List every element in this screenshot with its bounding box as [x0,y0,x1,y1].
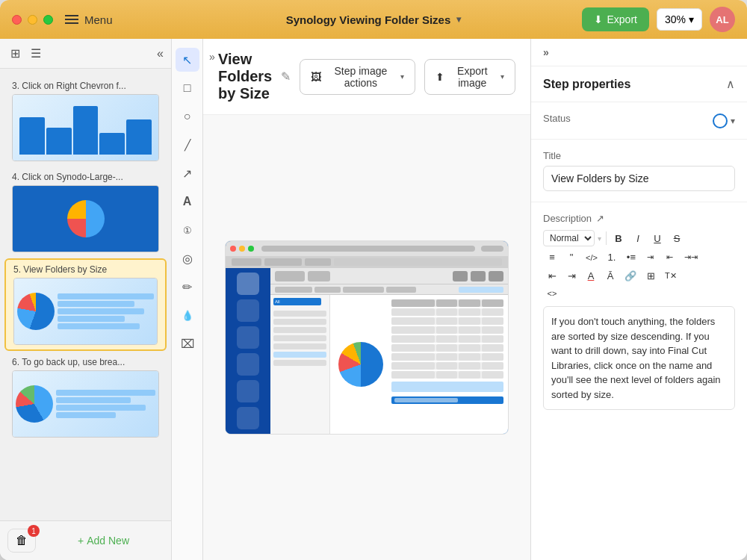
cursor-tool-button[interactable]: ↖ [176,48,199,72]
marker-tool-button[interactable]: ✏ [176,275,199,299]
title-field-label: Title [543,150,735,161]
indent-button[interactable]: ⇥ [642,250,660,264]
step-title: View Folders by Size [218,51,272,102]
status-indicator[interactable] [713,113,728,128]
expand-right-button[interactable]: » [543,46,549,58]
code-button[interactable]: </> [582,251,601,264]
add-new-button[interactable]: + Add New [43,535,164,547]
export-chevron-icon: ▾ [500,72,504,81]
sidebar-collapse-button[interactable]: « [157,47,164,60]
sidebar-item-4-thumbnail [12,185,159,252]
link-button[interactable]: 🔗 [621,268,640,284]
titlebar-title: Synology Viewing Folder Sizes ▾ [286,13,462,26]
export-label: Export [607,13,637,25]
step-image-actions-label: Step image actions [326,65,395,89]
sidebar-item-5[interactable]: 5. View Folders by Size [4,258,167,351]
edit-title-icon[interactable]: ✎ [281,69,291,84]
arrow-tool-button[interactable]: ↗ [176,161,199,185]
export-image-button[interactable]: ⬆ Export image ▾ [424,59,515,95]
italic-button[interactable]: I [629,231,647,246]
export-icon: ⬇ [594,13,603,25]
menu-button[interactable]: Menu [65,13,113,26]
sidebar-item-6[interactable]: 6. To go back up, use brea... [4,352,167,442]
avatar-initials: AL [716,14,728,25]
number-tool-button[interactable]: ① [176,218,199,242]
eyedropper-tool-button[interactable]: 💧 [176,303,199,327]
export-image-icon: ⬆ [436,71,444,83]
clear-format-button[interactable]: T✕ [661,269,681,283]
export-image-label: Export image [449,65,496,89]
expand-left-button[interactable]: » [203,45,221,69]
step-image-icon: 🖼 [311,71,321,83]
app-window: Menu Synology Viewing Folder Sizes ▾ ⬇ E… [0,0,747,560]
sidebar-toolbar: ⊞ ☰ « [0,39,171,69]
add-new-label: Add New [87,535,129,547]
left-sidebar: ⊞ ☰ « 3. Click on Right Chevron f... [0,39,172,560]
ordered-list-button[interactable]: 1. [603,249,621,265]
step-image: All [225,240,509,435]
desc-toolbar-row-3: ⇤ ⇥ A Ā 🔗 ⊞ T✕ [543,268,735,284]
trash-button[interactable]: 🗑 1 [7,529,36,553]
sidebar-bottom: 🗑 1 + Add New [0,520,171,560]
outdent-button[interactable]: ⇤ [661,250,679,264]
description-text[interactable]: If you don't touch anything, the folders… [543,306,735,410]
indent-left-button[interactable]: ⇤ [543,268,561,284]
blur-tool-button[interactable]: ◎ [176,246,199,270]
style-select[interactable]: Normal H1 H2 H3 [543,230,595,246]
bullet-list-button[interactable]: •≡ [622,249,640,265]
zoom-control[interactable]: 30% ▾ [657,8,702,31]
close-button[interactable] [12,15,22,25]
align-left-button[interactable]: ≡ [543,249,561,265]
embed-button[interactable]: <> [543,287,561,300]
export-button[interactable]: ⬇ Export [582,7,649,31]
titlebar-right: ⬇ Export 30% ▾ AL [582,7,736,32]
underline-button[interactable]: U [648,231,666,246]
step-image-actions-button[interactable]: 🖼 Step image actions ▾ [300,59,415,95]
titlebar: Menu Synology Viewing Folder Sizes ▾ ⬇ E… [0,0,747,39]
sidebar-item-3[interactable]: 3. Click on Right Chevron f... [4,76,167,166]
main-layout: ⊞ ☰ « 3. Click on Right Chevron f... [0,39,747,560]
view-toggle: ⊞ ☰ [7,45,157,62]
more-indent-button[interactable]: ⇥⇥ [681,250,701,264]
crop-tool-button[interactable]: ⌧ [176,332,199,355]
status-dropdown-button[interactable]: ▾ [731,116,735,126]
rectangle-tool-button[interactable]: □ [176,76,199,100]
quote-button[interactable]: " [562,249,580,265]
sidebar-item-3-thumbnail [12,94,159,161]
external-link-icon[interactable]: ↗ [596,213,604,224]
project-title: Synology Viewing Folder Sizes [286,13,451,26]
sidebar-item-6-label: 6. To go back up, use brea... [12,357,159,367]
sidebar-item-3-label: 3. Click on Right Chevron f... [12,81,159,91]
title-chevron-icon[interactable]: ▾ [456,14,461,25]
text-color-button[interactable]: A [582,268,600,284]
bold-button[interactable]: B [610,231,627,246]
indent-right-button[interactable]: ⇥ [562,268,580,284]
sidebar-item-4-label: 4. Click on Synodo-Large-... [12,172,159,182]
traffic-lights [12,15,53,25]
description-section: Description ↗ Normal H1 H2 H3 ▾ B [531,202,747,560]
text-tool-button[interactable]: A [176,190,199,214]
title-section: Title [531,140,747,202]
grid-view-button[interactable]: ⊞ [7,45,23,62]
step-image-mock: All [226,241,508,434]
panel-title: Step properties [543,78,726,91]
highlight-button[interactable]: Ā [601,268,619,284]
status-label: Status [543,113,571,124]
strikethrough-button[interactable]: S [668,231,686,246]
maximize-button[interactable] [43,15,53,25]
collapse-panel-button[interactable]: ∧ [726,77,735,91]
sidebar-item-4[interactable]: 4. Click on Synodo-Large-... [4,167,167,257]
zoom-value: 30% [665,13,686,25]
minimize-button[interactable] [28,15,37,25]
description-label: Description [543,213,592,224]
add-icon: + [78,535,84,547]
right-panel-header: Step properties ∧ [531,66,747,102]
circle-tool-button[interactable]: ○ [176,105,199,128]
avatar[interactable]: AL [710,7,735,32]
table-button[interactable]: ⊞ [642,268,660,284]
list-view-button[interactable]: ☰ [28,45,44,62]
step-actions-chevron-icon: ▾ [400,72,404,81]
right-panel: » Step properties ∧ Status ▾ Title [530,39,747,560]
title-input[interactable] [543,166,735,191]
pen-tool-button[interactable]: ╱ [176,133,199,157]
